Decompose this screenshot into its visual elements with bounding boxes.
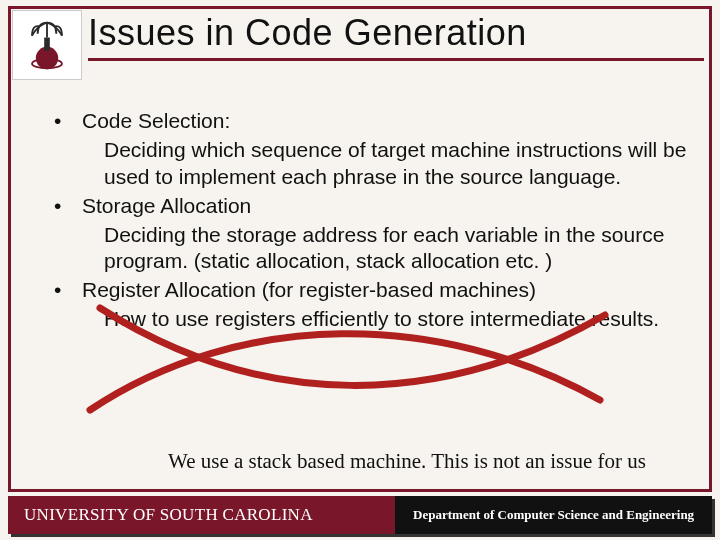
bullet-marker: •: [48, 277, 82, 304]
bullet-body: How to use registers efficiently to stor…: [104, 306, 690, 333]
page-title: Issues in Code Generation: [88, 12, 704, 54]
bullet-body: Deciding which sequence of target machin…: [104, 137, 690, 191]
bullet-head: Storage Allocation: [82, 193, 690, 220]
title-bar: Issues in Code Generation: [88, 12, 704, 61]
bullet-head: Register Allocation (for register-based …: [82, 277, 690, 304]
svg-rect-1: [44, 38, 50, 51]
bullet-body: Deciding the storage address for each va…: [104, 222, 690, 276]
footer-right: Department of Computer Science and Engin…: [395, 496, 712, 534]
bullet-item: • Storage Allocation: [48, 193, 690, 220]
footer-left-text: UNIVERSITY OF SOUTH CAROLINA: [8, 496, 395, 534]
bullet-head: Code Selection:: [82, 108, 690, 135]
content-area: • Code Selection: Deciding which sequenc…: [48, 108, 690, 335]
footer-left: UNIVERSITY OF SOUTH CAROLINA: [8, 496, 395, 534]
seal-icon: [19, 17, 75, 73]
bullet-item: • Register Allocation (for register-base…: [48, 277, 690, 304]
bullet-marker: •: [48, 108, 82, 135]
bullet-item: • Code Selection:: [48, 108, 690, 135]
slide: Issues in Code Generation • Code Selecti…: [0, 0, 720, 540]
footer-right-text: Department of Computer Science and Engin…: [395, 496, 712, 534]
university-seal-logo: [12, 10, 82, 80]
footer: UNIVERSITY OF SOUTH CAROLINA Department …: [8, 496, 712, 534]
annotation-note: We use a stack based machine. This is no…: [168, 448, 646, 475]
bullet-marker: •: [48, 193, 82, 220]
